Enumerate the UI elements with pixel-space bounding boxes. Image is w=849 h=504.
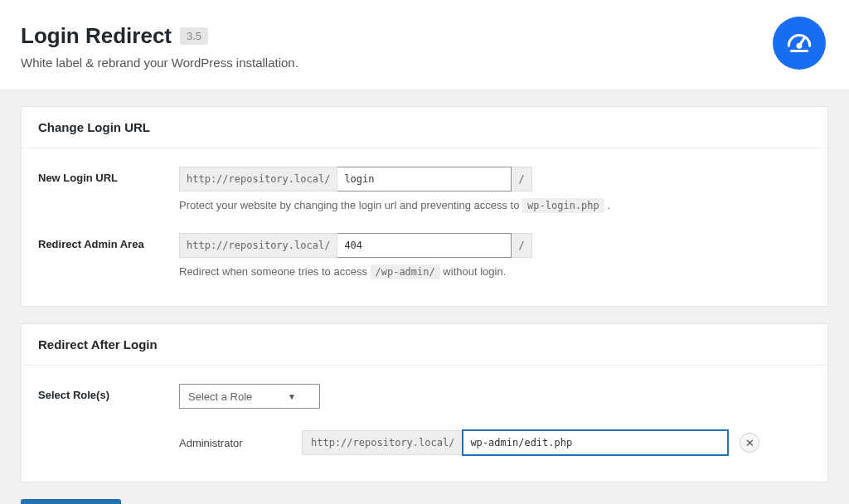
select-roles-field: Select Role(s) Select a Role ▼ Administr… [38, 374, 811, 465]
field-label: Select Role(s) [38, 384, 179, 401]
panel-title: Change Login URL [22, 107, 827, 148]
gauge-icon [773, 17, 826, 70]
page-subtitle: White label & rebrand your WordPress ins… [21, 56, 828, 70]
field-label: New Login URL [38, 167, 179, 184]
role-row-administrator: Administrator http://repository.local/ ✕ [179, 409, 811, 455]
redirect-admin-input[interactable] [337, 233, 512, 258]
redirect-admin-area-field: Redirect Admin Area http://repository.lo… [38, 223, 811, 289]
change-login-url-panel: Change Login URL New Login URL http://re… [21, 106, 828, 307]
remove-role-button[interactable]: ✕ [740, 433, 759, 453]
url-prefix: http://repository.local/ [179, 167, 337, 191]
page-header: Login Redirect 3.5 White label & rebrand… [0, 0, 849, 90]
chevron-down-icon: ▼ [288, 392, 296, 401]
role-name: Administrator [179, 437, 302, 449]
new-login-url-input[interactable] [337, 167, 512, 191]
redirect-after-login-panel: Redirect After Login Select Role(s) Sele… [21, 323, 828, 482]
field-help: Protect your website by changing the log… [179, 198, 811, 213]
url-suffix: / [512, 233, 531, 258]
role-select[interactable]: Select a Role ▼ [179, 384, 320, 409]
close-icon: ✕ [745, 437, 754, 449]
url-suffix: / [512, 167, 531, 191]
version-badge: 3.5 [180, 27, 208, 45]
new-login-url-field: New Login URL http://repository.local/ /… [38, 157, 811, 223]
svg-point-1 [798, 44, 801, 47]
role-redirect-input[interactable] [463, 430, 728, 455]
field-label: Redirect Admin Area [38, 233, 179, 250]
url-prefix: http://repository.local/ [302, 430, 463, 455]
save-button[interactable]: Save Changes [21, 499, 121, 504]
select-placeholder: Select a Role [188, 390, 252, 403]
field-help: Redirect when someone tries to access /w… [179, 264, 811, 279]
page-title: Login Redirect [21, 23, 172, 49]
url-prefix: http://repository.local/ [179, 233, 337, 258]
panel-title: Redirect After Login [22, 324, 827, 366]
